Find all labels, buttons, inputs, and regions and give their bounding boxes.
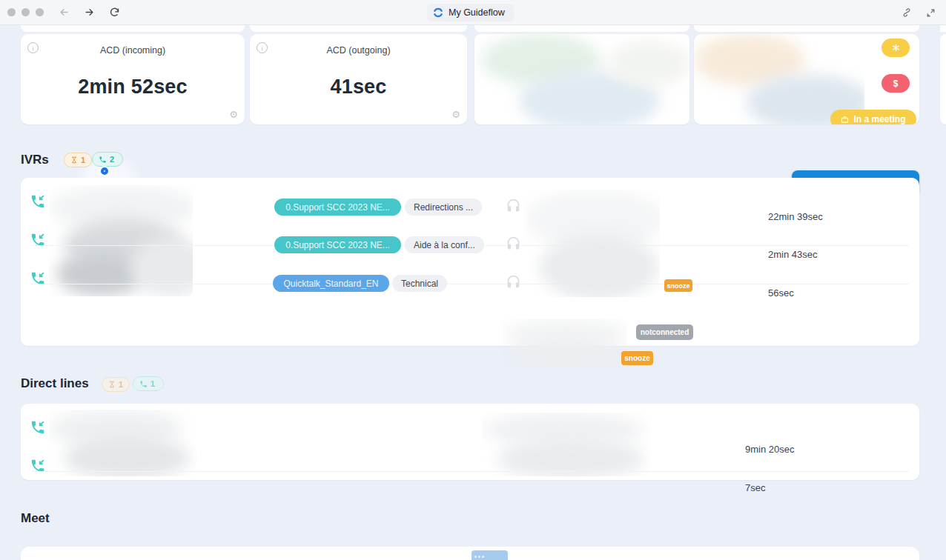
dollar-icon: $ bbox=[893, 79, 899, 89]
guideflow-tab[interactable]: My Guideflow bbox=[427, 4, 514, 21]
gear-icon[interactable]: ⚙ bbox=[229, 109, 238, 120]
redacted-agent-names bbox=[525, 190, 660, 297]
redacted-meet-button[interactable] bbox=[472, 550, 508, 560]
tag-pill[interactable]: Technical bbox=[392, 275, 447, 292]
ivrs-oncall-badge: 2 bbox=[92, 152, 123, 167]
expand-icon[interactable] bbox=[924, 6, 937, 19]
partial-card-right bbox=[940, 34, 946, 124]
incoming-call-icon bbox=[30, 419, 46, 436]
window-close-button[interactable] bbox=[7, 8, 16, 16]
partial-card bbox=[21, 25, 245, 32]
meet-heading: Meet bbox=[21, 511, 50, 526]
agent-headset-avatar bbox=[506, 274, 521, 290]
stat-card-title: ACD (outgoing) bbox=[250, 45, 467, 56]
meet-card bbox=[21, 547, 919, 560]
badge-count: 1 bbox=[119, 380, 123, 389]
acd-incoming-card: i ACD (incoming) 2min 52sec ⚙ bbox=[21, 34, 245, 124]
stat-card-value: 41sec bbox=[250, 76, 467, 99]
phone-icon bbox=[99, 156, 107, 164]
redacted-agent-list bbox=[503, 319, 627, 367]
call-duration: 22min 39sec bbox=[768, 211, 823, 222]
queue-pill[interactable]: Quicktalk_Standard_EN bbox=[273, 275, 389, 292]
badge-count: 1 bbox=[150, 379, 155, 388]
partial-card bbox=[250, 25, 467, 32]
gear-icon[interactable]: ⚙ bbox=[452, 109, 460, 120]
hourglass-icon bbox=[108, 380, 116, 389]
browser-chrome: My Guideflow bbox=[0, 0, 946, 25]
dashboard-page: i ACD (incoming) 2min 52sec ⚙ i ACD (out… bbox=[0, 25, 946, 560]
badge-count: 2 bbox=[110, 155, 114, 164]
stat-card-title: ACD (incoming) bbox=[21, 45, 245, 56]
guideflow-logo-icon bbox=[433, 7, 443, 18]
queue-pill[interactable]: 0.Support SCC 2023 NE... bbox=[274, 236, 401, 253]
redacted-agent-card: $ In a meeting bbox=[694, 34, 919, 124]
partial-card bbox=[940, 25, 946, 32]
direct-lines-heading: Direct lines bbox=[21, 376, 89, 391]
direct-lines-oncall-badge: 1 bbox=[133, 376, 164, 391]
browser-title: My Guideflow bbox=[449, 7, 505, 18]
call-duration: 7sec bbox=[745, 482, 765, 493]
window-minimize-button[interactable] bbox=[22, 8, 30, 16]
ivrs-waiting-badge: 1 bbox=[64, 153, 92, 167]
reload-icon[interactable] bbox=[108, 6, 121, 19]
partial-card bbox=[694, 25, 919, 32]
notconnected-badge: notconnected bbox=[636, 324, 693, 340]
direct-lines-table: 9min 20sec 7sec bbox=[21, 404, 919, 480]
incoming-call-icon bbox=[30, 193, 46, 210]
badge-count: 1 bbox=[81, 156, 85, 164]
tag-pill[interactable]: Redirections ... bbox=[405, 199, 482, 216]
call-duration: 9min 20sec bbox=[745, 444, 794, 455]
ivrs-heading: IVRs bbox=[21, 153, 49, 167]
acd-outgoing-card: i ACD (outgoing) 41sec ⚙ bbox=[250, 34, 467, 124]
agent-headset-avatar bbox=[506, 198, 521, 213]
queue-pill[interactable]: 0.Support SCC 2023 NE... bbox=[274, 199, 401, 216]
status-availability-badge[interactable] bbox=[882, 39, 910, 57]
redacted-ivr-names bbox=[49, 185, 193, 296]
briefcase-icon bbox=[841, 116, 849, 124]
tag-pill[interactable]: Aide à la conf... bbox=[405, 236, 484, 253]
snooze-badge: snooze bbox=[621, 351, 653, 365]
window-controls bbox=[7, 8, 44, 16]
forward-icon[interactable] bbox=[82, 6, 96, 19]
hourglass-icon bbox=[70, 156, 78, 164]
partial-card bbox=[474, 25, 689, 32]
ivrs-table: 0.Support SCC 2023 NE... Redirections ..… bbox=[21, 178, 919, 346]
in-a-meeting-badge[interactable]: In a meeting bbox=[830, 110, 916, 124]
redacted-line-names bbox=[482, 413, 651, 476]
window-maximize-button[interactable] bbox=[36, 8, 44, 16]
call-duration: 56sec bbox=[768, 287, 794, 299]
back-icon[interactable] bbox=[57, 6, 70, 19]
link-icon[interactable] bbox=[900, 6, 913, 19]
agent-headset-avatar bbox=[506, 236, 521, 251]
call-duration: 2min 43sec bbox=[768, 249, 817, 260]
in-a-meeting-label: In a meeting bbox=[853, 114, 905, 124]
guideflow-click-cursor bbox=[101, 167, 108, 175]
redacted-stat-card bbox=[474, 34, 689, 124]
asterisk-icon bbox=[892, 44, 900, 52]
snooze-badge: snooze bbox=[664, 279, 692, 292]
phone-icon bbox=[139, 380, 148, 388]
billing-status-badge[interactable]: $ bbox=[882, 74, 910, 93]
redacted-caller-names bbox=[49, 410, 196, 476]
stat-card-value: 2min 52sec bbox=[21, 76, 245, 99]
direct-lines-waiting-badge: 1 bbox=[102, 377, 130, 392]
